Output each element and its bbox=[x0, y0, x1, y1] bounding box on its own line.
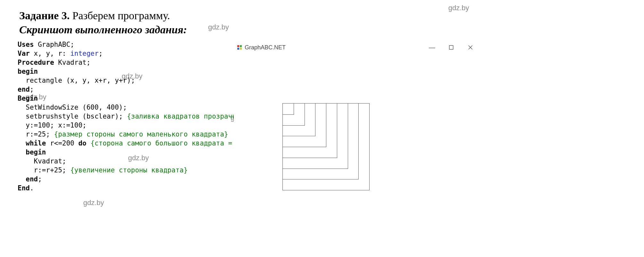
svg-rect-3 bbox=[240, 48, 242, 50]
kw-var: Var bbox=[18, 50, 30, 57]
code-text: r:=25; bbox=[18, 130, 54, 138]
code-text: setbrushstyle (bsclear); bbox=[18, 112, 127, 120]
kw-begin-main: Begin bbox=[18, 95, 38, 102]
svg-rect-2 bbox=[237, 48, 239, 50]
code-text: y:=100; x:=100; bbox=[18, 121, 86, 129]
code-text: ; bbox=[38, 175, 42, 183]
code-text: ; bbox=[30, 86, 34, 93]
output-window: GraphABC.NET — bbox=[234, 42, 477, 221]
close-button[interactable] bbox=[466, 43, 475, 52]
kw-begin: begin bbox=[18, 68, 38, 75]
code-text: ; bbox=[99, 50, 103, 57]
window-title: GraphABC.NET bbox=[245, 44, 286, 51]
comment: {заливка квадратов прозрачная} bbox=[127, 112, 248, 120]
graphics-canvas bbox=[234, 54, 477, 221]
svg-rect-0 bbox=[237, 45, 239, 47]
code-editor[interactable]: Uses GraphABC; Var x, y, r: integer; Pro… bbox=[18, 40, 226, 193]
task-text: Разберем программу. bbox=[69, 10, 170, 21]
watermark: gdz.by bbox=[208, 23, 229, 31]
type-integer: integer bbox=[70, 50, 99, 57]
code-text: x, y, r: bbox=[30, 50, 70, 57]
code-text: SetWindowSize (600, 400); bbox=[18, 104, 127, 111]
watermark: gdz.by bbox=[83, 199, 104, 207]
kw-procedure: Procedure bbox=[18, 59, 54, 66]
svg-rect-1 bbox=[240, 45, 242, 47]
app-icon bbox=[237, 45, 242, 50]
maximize-button[interactable] bbox=[446, 43, 456, 52]
kw-while: while bbox=[26, 139, 46, 147]
titlebar[interactable]: GraphABC.NET — bbox=[234, 42, 477, 53]
comment: {размер стороны самого маленького квадра… bbox=[54, 130, 228, 138]
code-text: r:=r+25; bbox=[18, 166, 70, 174]
window-controls: — bbox=[427, 42, 475, 53]
kw-end: end bbox=[18, 86, 30, 93]
code-text: Kvadrat; bbox=[18, 157, 66, 165]
kw-do: do bbox=[78, 139, 86, 147]
code-text bbox=[86, 139, 91, 147]
kw-uses: Uses bbox=[18, 41, 34, 48]
svg-rect-4 bbox=[449, 46, 453, 49]
watermark: gdz.by bbox=[448, 4, 469, 12]
code-text: GraphABC; bbox=[34, 41, 74, 48]
kw-end-main: End bbox=[18, 184, 30, 192]
task-number: Задание 3. bbox=[19, 10, 69, 21]
code-text: r<=200 bbox=[46, 139, 78, 147]
minimize-button[interactable]: — bbox=[427, 43, 437, 52]
code-text: Kvadrat; bbox=[54, 59, 91, 66]
code-text: rectangle (x, y, x+r, y+r); bbox=[18, 77, 135, 84]
code-text bbox=[18, 175, 26, 183]
comment: {сторона самого большого квадрата = 200} bbox=[91, 139, 253, 147]
comment: {увеличение стороны квадрата} bbox=[70, 166, 188, 174]
square bbox=[282, 103, 370, 190]
kw-begin-loop: begin bbox=[18, 148, 46, 156]
code-text: . bbox=[30, 184, 34, 192]
task-header: Задание 3. Разберем программу. bbox=[19, 10, 170, 22]
screenshot-label: Скриншот выполненного задания: bbox=[19, 24, 187, 36]
code-text bbox=[18, 139, 26, 147]
kw-end-loop: end bbox=[26, 175, 38, 183]
